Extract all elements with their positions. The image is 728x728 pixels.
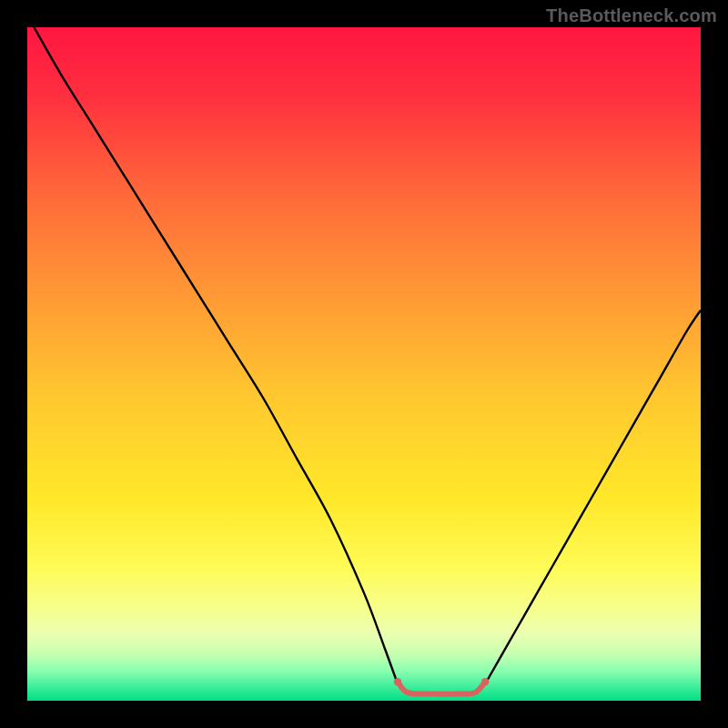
highlight-dot	[481, 678, 489, 685]
highlight-dot	[394, 678, 401, 685]
chart-container: TheBottleneck.com	[0, 0, 728, 728]
chart-svg	[27, 27, 701, 701]
plot-area	[27, 27, 701, 701]
chart-background	[27, 27, 701, 701]
watermark-text: TheBottleneck.com	[546, 5, 717, 26]
